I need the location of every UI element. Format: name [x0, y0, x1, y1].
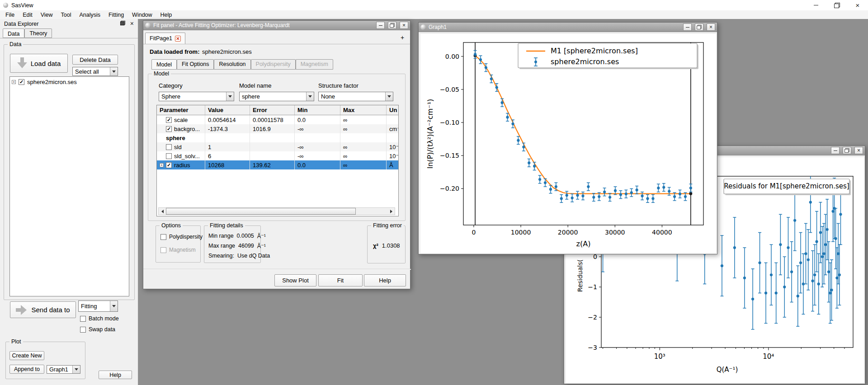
param-cell[interactable]: 0.0	[295, 160, 340, 169]
param-cell[interactable]: -∞	[295, 151, 340, 160]
parameter-row-sld[interactable]: sld1-∞∞10⁻⁶	[157, 142, 398, 151]
parameter-row-sldsolv[interactable]: sld_solv...6-∞∞10⁻⁶	[157, 151, 398, 160]
swap-data-checkbox[interactable]	[80, 327, 86, 333]
append-to-button[interactable]: Append to	[9, 365, 44, 374]
app-titlebar[interactable]: SasView ×	[0, 0, 868, 10]
param-cell[interactable]: 0.00011578	[250, 115, 295, 124]
tab-theory[interactable]: Theory	[24, 28, 52, 38]
fit-help-button[interactable]: Help	[364, 274, 406, 286]
expand-plus-icon[interactable]: +	[12, 80, 16, 84]
param-cell[interactable]: 139.62	[250, 160, 295, 169]
param-cell[interactable]: ∞	[340, 142, 387, 151]
param-cell[interactable]	[340, 133, 387, 142]
load-data-button[interactable]: Load data	[10, 54, 68, 73]
scrollbar-thumb[interactable]	[166, 208, 356, 215]
structure-factor-combo[interactable]: None	[318, 92, 393, 101]
param-cell[interactable]	[295, 133, 340, 142]
param-cell[interactable]: ∞	[340, 160, 387, 169]
tab-data[interactable]: Data	[3, 28, 24, 38]
tree-item-sphere2micron[interactable]: + ✓ sphere2micron.ses	[10, 77, 129, 87]
parameter-row-scale[interactable]: ✓scale0.00546140.000115780.0∞	[157, 115, 398, 124]
menu-view[interactable]: View	[37, 11, 57, 19]
param-cell[interactable]: ∞	[340, 124, 387, 133]
sesans-plot-area[interactable]: 0100002000030000400000.00−0.05−0.10−0.15…	[420, 34, 716, 253]
data-tree[interactable]: + ✓ sphere2micron.ses	[9, 76, 129, 296]
fit-tab-model[interactable]: Model	[151, 59, 177, 70]
param-cell[interactable]: 0.0	[295, 115, 340, 124]
window-minimize-button[interactable]	[376, 22, 385, 29]
parameter-table[interactable]: ParameterValueErrorMinMaxUn ✓scale0.0054…	[156, 105, 399, 216]
window-close-button[interactable]: ×	[854, 147, 863, 154]
category-combo[interactable]: Sphere	[159, 92, 234, 101]
scroll-left-icon[interactable]	[159, 208, 166, 215]
delete-data-button[interactable]: Delete Data	[72, 55, 118, 65]
fit-button[interactable]: Fit	[318, 274, 363, 286]
dock-close-icon[interactable]: ×	[130, 20, 134, 27]
send-target-combo[interactable]: Fitting	[78, 300, 118, 312]
param-cell[interactable]: 1016.9	[250, 124, 295, 133]
param-checkbox-scale[interactable]: ✓	[166, 117, 172, 123]
app-close-button[interactable]: ×	[847, 0, 868, 10]
horizontal-scrollbar[interactable]	[158, 207, 395, 215]
param-cell[interactable]: -1374.3	[205, 124, 250, 133]
param-checkbox-radius[interactable]: ✓	[166, 162, 172, 168]
menu-help[interactable]: Help	[156, 11, 176, 19]
close-fitpage-icon[interactable]: ✕	[175, 36, 181, 42]
parameter-row-radius[interactable]: +✓radius10268139.620.0∞Å	[157, 160, 398, 169]
menu-window[interactable]: Window	[128, 11, 156, 19]
explorer-help-button[interactable]: Help	[99, 371, 132, 379]
param-cell[interactable]: 0.0054614	[205, 115, 250, 124]
param-cell[interactable]	[250, 133, 295, 142]
add-fitpage-button[interactable]: +	[398, 33, 406, 42]
param-cell[interactable]	[250, 142, 295, 151]
parameter-row-backgro[interactable]: ✓backgro...-1374.31016.9-∞∞cm⁻¹	[157, 124, 398, 133]
data-item-checkbox[interactable]: ✓	[19, 79, 24, 85]
param-cell[interactable]: ∞	[340, 151, 387, 160]
fit-tab-polydispersity[interactable]: Polydispersity	[251, 59, 296, 70]
batch-mode-checkbox[interactable]	[80, 316, 86, 322]
app-minimize-button[interactable]	[806, 0, 826, 10]
fitpage1-tab[interactable]: FitPage1 ✕	[145, 33, 185, 44]
expand-plus-icon[interactable]: +	[160, 163, 164, 167]
data-explorer-header[interactable]: Data Explorer ×	[0, 19, 138, 28]
window-maximize-button[interactable]	[388, 22, 396, 29]
param-cell[interactable]: -∞	[295, 142, 340, 151]
fit-panel-titlebar[interactable]: Fit panel - Active Fitting Optimizer: Le…	[143, 21, 410, 30]
menu-analysis[interactable]: Analysis	[75, 11, 105, 19]
polydispersity-checkbox[interactable]	[160, 234, 166, 240]
menu-fitting[interactable]: Fitting	[104, 11, 128, 19]
window-minimize-button[interactable]	[831, 147, 840, 154]
window-close-button[interactable]: ×	[707, 23, 715, 31]
create-new-button[interactable]: Create New	[9, 351, 44, 360]
param-cell[interactable]: -∞	[295, 124, 340, 133]
select-all-combo[interactable]: Select all	[72, 67, 118, 76]
parameter-row-sphere[interactable]: sphere	[157, 133, 398, 142]
param-checkbox-sldsolv[interactable]	[166, 153, 172, 159]
param-cell[interactable]: 10268	[205, 160, 250, 169]
window-maximize-button[interactable]	[843, 147, 851, 154]
menu-tool[interactable]: Tool	[57, 11, 75, 19]
param-cell[interactable]: 6	[205, 151, 250, 160]
append-graph-combo[interactable]: Graph1	[47, 365, 80, 374]
menu-file[interactable]: File	[1, 11, 19, 19]
window-maximize-button[interactable]	[695, 23, 703, 31]
param-checkbox-backgro[interactable]: ✓	[166, 126, 172, 132]
fit-tab-magnetism[interactable]: Magnetism	[296, 59, 333, 70]
magnetism-checkbox[interactable]	[160, 247, 166, 253]
app-restore-button[interactable]	[826, 0, 847, 10]
window-minimize-button[interactable]	[683, 23, 692, 31]
fit-tab-resolution[interactable]: Resolution	[214, 59, 250, 70]
param-checkbox-sld[interactable]	[166, 144, 172, 150]
param-cell[interactable]	[250, 151, 295, 160]
graph1-titlebar[interactable]: Graph1 ×	[419, 23, 717, 32]
param-cell[interactable]: ∞	[340, 115, 387, 124]
param-cell[interactable]: 1	[205, 142, 250, 151]
param-cell[interactable]	[205, 133, 250, 142]
model-name-combo[interactable]: sphere	[239, 92, 314, 101]
fit-tab-fit-options[interactable]: Fit Options	[177, 59, 214, 70]
scroll-right-icon[interactable]	[387, 208, 395, 215]
dock-float-icon[interactable]	[120, 20, 126, 27]
window-close-button[interactable]: ×	[400, 22, 408, 29]
send-data-to-button[interactable]: Send data to	[10, 301, 76, 318]
menu-edit[interactable]: Edit	[19, 11, 37, 19]
